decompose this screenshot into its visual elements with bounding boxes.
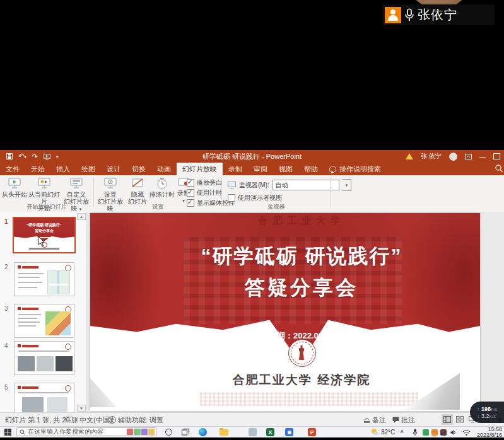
network-speed-widget[interactable]: ↑ 198K/s ↓ 3.2K/s <box>470 402 504 423</box>
tab-insert[interactable]: 插入 <box>50 163 76 175</box>
edge-browser-icon[interactable] <box>199 428 207 436</box>
school-name: 合肥工业大学 经济学院 <box>107 372 480 388</box>
group-label-start-slideshow: 开始放映幻灯片 <box>0 203 93 211</box>
slide-title-line2: 答疑分享会 <box>107 274 480 302</box>
tab-draw[interactable]: 绘图 <box>76 163 101 175</box>
slide-thumbnail-1[interactable]: “研学砥砺 研说践行” 答疑分享会 <box>13 217 76 253</box>
mouse-cursor <box>38 236 45 246</box>
tab-view[interactable]: 视图 <box>273 163 298 175</box>
tray-network-adapter-icon[interactable] <box>440 429 447 436</box>
slide-thumbnail-5[interactable] <box>14 383 74 412</box>
display-settings-icon[interactable] <box>66 417 73 423</box>
thumbnail-number: 3 <box>4 305 8 312</box>
monitor-dropdown[interactable]: 自动 <box>273 180 339 190</box>
powerpoint-window: ↶▾ ↷ ▾ 研学砥砺 研说践行 - PowerPoint 张 依宁 — 文件 … <box>0 150 504 426</box>
use-timings-checkbox[interactable]: 使用计时 <box>187 188 222 197</box>
taskbar-search-box[interactable]: 在这里输入你要搜索的内容 <box>16 427 156 436</box>
ribbon-display-options-icon[interactable] <box>465 154 472 159</box>
tell-me-search[interactable]: 操作说明搜索 <box>324 163 387 175</box>
account-avatar[interactable] <box>449 153 457 161</box>
upload-arrow-icon: ↑ <box>477 406 480 412</box>
tab-design[interactable]: 设计 <box>101 163 126 175</box>
monitor-selector: 监视器(M): 自动 ▾ <box>228 179 351 191</box>
presenter-view-checkbox[interactable]: 使用演示者视图 <box>228 194 282 202</box>
building-name-text: 合肥工业大学 <box>107 215 480 227</box>
status-bar: 幻灯片 第 1 张, 共 20 张 中文(中国) 辅助功能: 调查 备注 批注 … <box>0 412 504 426</box>
slide-thumbnail-3[interactable] <box>14 304 74 338</box>
wifi-icon[interactable] <box>462 429 471 436</box>
scroll-up-button[interactable]: ▲ <box>77 213 86 220</box>
accessibility-status[interactable]: 辅助功能: 调查 <box>118 415 163 425</box>
notes-button[interactable]: 备注 <box>372 415 386 425</box>
slide-date: 日期：2022.08.16 <box>107 330 480 342</box>
dropdown-caret-icon[interactable]: ▾ <box>343 179 351 191</box>
tray-icon-orange[interactable] <box>431 429 438 436</box>
warning-icon[interactable] <box>406 153 413 159</box>
account-name[interactable]: 张 依宁 <box>421 152 442 161</box>
start-button[interactable] <box>4 429 12 436</box>
clock-icon <box>156 178 168 189</box>
excel-icon[interactable]: X <box>266 428 274 436</box>
tray-icon-green[interactable] <box>423 429 429 436</box>
play-narrations-checkbox[interactable]: 播放旁白 <box>187 178 222 187</box>
minimize-icon[interactable]: — <box>479 153 486 160</box>
slide-canvas[interactable]: 合肥工业大学 “研学砥砺 研说践行” 答疑分享会 日期：2022.08.16 合… <box>90 213 480 411</box>
tray-microphone-icon[interactable] <box>413 429 418 436</box>
temperature[interactable]: 32°C <box>381 429 395 436</box>
tab-review[interactable]: 审阅 <box>248 163 273 175</box>
restore-icon[interactable] <box>493 153 500 159</box>
mini-photo <box>56 356 73 371</box>
document-area: ▲ 1 “研学砥砺 研说践行” 答疑分享会 2 <box>0 212 504 412</box>
hidden-slide-icon <box>131 178 144 189</box>
checkbox-checked-icon <box>187 179 194 187</box>
screen: 张依宁 ↶▾ ↷ ▾ 研学砥砺 研说践行 - PowerPoint 张 依宁 — <box>0 0 504 440</box>
slide-thumbnail-2[interactable] <box>14 262 74 296</box>
tray-expand-chevron[interactable]: ∧ <box>400 428 404 434</box>
thumbnail-number: 2 <box>4 263 8 270</box>
ribbon-separator <box>221 178 222 207</box>
monitor-icon <box>228 182 236 188</box>
tab-home[interactable]: 开始 <box>25 163 50 175</box>
slide-sorter-view-button[interactable] <box>454 414 466 425</box>
microphone-icon <box>404 8 415 23</box>
app-icon-gray[interactable] <box>249 428 257 436</box>
slide-thumbnail-4[interactable] <box>14 341 74 375</box>
mini-photo <box>22 397 44 412</box>
slide-title-line1: “研学砥砺 研说践行” <box>107 243 480 270</box>
tab-record[interactable]: 录制 <box>223 163 248 175</box>
mini-photo <box>47 397 67 412</box>
tab-transitions[interactable]: 切换 <box>126 163 151 175</box>
participant-name-tag: 张依宁 <box>382 4 495 25</box>
monitor-current-icon <box>38 178 50 189</box>
comments-button[interactable]: 批注 <box>401 415 415 425</box>
normal-view-button[interactable] <box>442 414 453 425</box>
checkbox-unchecked-icon <box>228 194 235 202</box>
scroll-down-button[interactable]: ▼ <box>77 405 86 412</box>
weather-icon[interactable] <box>372 429 378 436</box>
participant-icon <box>385 7 401 23</box>
monitor-play-icon <box>8 178 21 189</box>
mini-photo <box>37 356 54 371</box>
search-highlight-image <box>127 429 155 435</box>
tab-help[interactable]: 帮助 <box>298 163 324 175</box>
thumbnail-number: 5 <box>4 384 8 391</box>
lightbulb-icon <box>329 166 336 173</box>
group-label-monitors: 监视器 <box>223 203 330 211</box>
tab-animations[interactable]: 动画 <box>151 163 177 175</box>
task-view-button[interactable] <box>182 429 189 436</box>
taskbar-clock[interactable]: 15:58 2022/8/16 <box>474 427 502 438</box>
speaker-icon[interactable] <box>450 429 457 436</box>
normal-view-icon <box>443 416 451 423</box>
checkbox-checked-icon <box>187 189 194 197</box>
tab-slideshow[interactable]: 幻灯片放映 <box>177 163 223 175</box>
thumbnail-number: 4 <box>4 342 8 349</box>
file-explorer-icon[interactable] <box>220 429 228 436</box>
cortana-button[interactable] <box>165 429 172 436</box>
search-icon[interactable] <box>495 165 503 173</box>
meeting-app-icon[interactable] <box>285 428 293 436</box>
language-indicator[interactable]: 中文(中国) <box>79 415 112 425</box>
tab-file[interactable]: 文件 <box>0 163 25 175</box>
powerpoint-icon[interactable]: P <box>308 428 316 436</box>
monitor-list-icon <box>70 178 83 189</box>
ribbon-separator <box>93 178 94 207</box>
